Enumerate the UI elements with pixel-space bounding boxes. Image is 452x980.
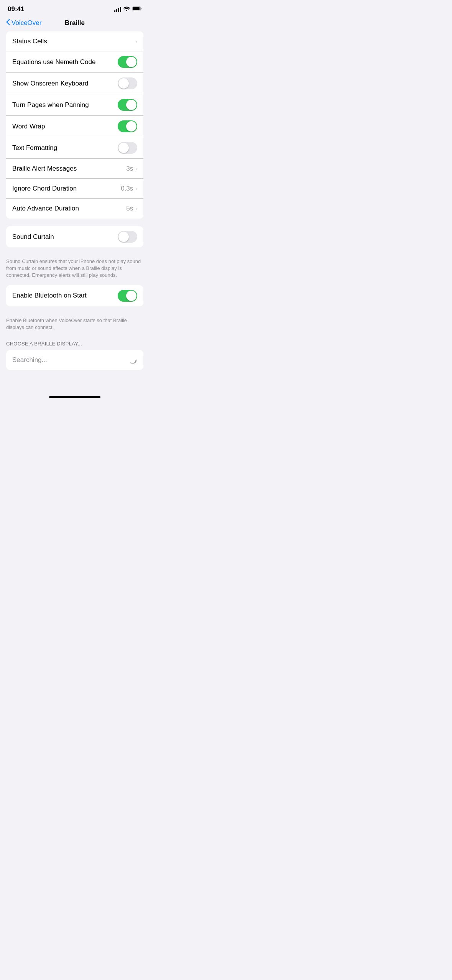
equations-nemeth-label: Equations use Nemeth Code <box>12 58 95 66</box>
show-onscreen-keyboard-row: Show Onscreen Keyboard <box>6 73 143 94</box>
chevron-left-icon <box>6 19 10 27</box>
status-cells-right: › <box>135 38 137 44</box>
equations-nemeth-toggle[interactable] <box>118 56 137 68</box>
bluetooth-start-description: Enable Bluetooth when VoiceOver starts s… <box>0 314 150 337</box>
turn-pages-panning-label: Turn Pages when Panning <box>12 101 89 109</box>
status-time: 09:41 <box>8 5 24 13</box>
status-cells-row[interactable]: Status Cells › <box>6 31 143 51</box>
bluetooth-start-label: Enable Bluetooth on Start <box>12 292 87 299</box>
sound-curtain-description: Sound Curtain ensures that your iPhone d… <box>0 255 150 285</box>
toggle-knob <box>126 121 136 132</box>
word-wrap-label: Word Wrap <box>12 123 45 130</box>
toggle-knob <box>126 57 136 67</box>
braille-alert-messages-label: Braille Alert Messages <box>12 165 77 173</box>
equations-nemeth-row: Equations use Nemeth Code <box>6 51 143 73</box>
braille-alert-right: 3s › <box>126 165 137 173</box>
chevron-right-icon: › <box>135 166 137 172</box>
toggle-knob <box>126 100 136 110</box>
searching-label: Searching... <box>12 356 47 364</box>
wifi-icon <box>123 6 130 13</box>
toggle-knob <box>126 291 136 301</box>
bluetooth-start-toggle[interactable] <box>118 290 137 302</box>
auto-advance-right: 5s › <box>126 205 137 212</box>
status-bar: 09:41 <box>0 0 150 16</box>
signal-icon <box>114 7 121 12</box>
bluetooth-start-row: Enable Bluetooth on Start <box>6 285 143 306</box>
home-indicator-bar <box>49 396 100 398</box>
braille-alert-messages-row[interactable]: Braille Alert Messages 3s › <box>6 159 143 179</box>
battery-icon <box>132 6 142 13</box>
turn-pages-panning-row: Turn Pages when Panning <box>6 94 143 116</box>
searching-row: Searching... <box>6 350 143 370</box>
chevron-right-icon: › <box>135 38 137 44</box>
page-title: Braille <box>65 19 85 27</box>
ignore-chord-duration-row[interactable]: Ignore Chord Duration 0.3s › <box>6 179 143 199</box>
toggle-knob <box>118 143 129 153</box>
back-label: VoiceOver <box>12 19 41 27</box>
text-formatting-label: Text Formatting <box>12 144 57 152</box>
braille-alert-value: 3s <box>126 165 133 173</box>
sound-curtain-label: Sound Curtain <box>12 233 54 241</box>
status-icons <box>114 6 142 13</box>
ignore-chord-right: 0.3s › <box>121 185 137 192</box>
auto-advance-duration-row[interactable]: Auto Advance Duration 5s › <box>6 199 143 219</box>
sound-curtain-group: Sound Curtain <box>6 226 143 247</box>
status-cells-label: Status Cells <box>12 38 47 45</box>
bluetooth-start-group: Enable Bluetooth on Start <box>6 285 143 306</box>
home-indicator <box>0 393 150 400</box>
svg-rect-1 <box>133 7 140 10</box>
auto-advance-duration-label: Auto Advance Duration <box>12 205 79 212</box>
text-formatting-toggle[interactable] <box>118 142 137 154</box>
text-formatting-row: Text Formatting <box>6 137 143 159</box>
ignore-chord-value: 0.3s <box>121 185 133 192</box>
chevron-right-icon: › <box>135 186 137 192</box>
choose-braille-label: CHOOSE A BRAILLE DISPLAY... <box>6 341 82 347</box>
spinner-icon <box>128 355 137 365</box>
chevron-right-icon: › <box>135 206 137 212</box>
show-onscreen-keyboard-label: Show Onscreen Keyboard <box>12 80 88 87</box>
sound-curtain-row: Sound Curtain <box>6 226 143 247</box>
toggle-knob <box>118 78 129 89</box>
word-wrap-row: Word Wrap <box>6 116 143 137</box>
show-onscreen-keyboard-toggle[interactable] <box>118 77 137 89</box>
back-button[interactable]: VoiceOver <box>6 19 41 27</box>
toggle-knob <box>118 232 129 242</box>
turn-pages-panning-toggle[interactable] <box>118 99 137 111</box>
word-wrap-toggle[interactable] <box>118 120 137 132</box>
main-settings-group: Status Cells › Equations use Nemeth Code… <box>6 31 143 219</box>
nav-bar: VoiceOver Braille <box>0 16 150 31</box>
ignore-chord-duration-label: Ignore Chord Duration <box>12 185 77 192</box>
sound-curtain-toggle[interactable] <box>118 231 137 243</box>
braille-display-section-header: CHOOSE A BRAILLE DISPLAY... <box>0 337 150 350</box>
auto-advance-value: 5s <box>126 205 133 212</box>
